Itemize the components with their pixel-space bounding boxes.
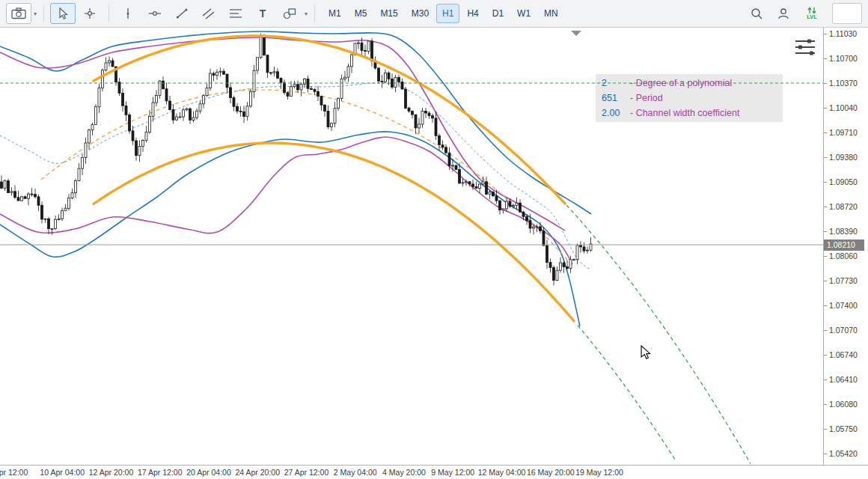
mouse-cursor bbox=[641, 345, 652, 361]
price-tick-label: 1.11030 bbox=[829, 29, 857, 38]
toolbar-separator bbox=[314, 5, 315, 22]
time-tick-label: 4 May 20:00 bbox=[382, 468, 426, 477]
timeframe-w1[interactable]: W1 bbox=[511, 4, 537, 23]
text-tool-button[interactable]: T bbox=[250, 3, 275, 24]
indicator-legend: 2- Degree of a polynomial 651- Period 2.… bbox=[596, 74, 783, 122]
time-axis[interactable]: pr 12:0010 Apr 04:0012 Apr 20:0017 Apr 1… bbox=[0, 465, 868, 479]
search-icon bbox=[750, 7, 763, 20]
time-tick-label: 17 Apr 12:00 bbox=[138, 468, 183, 477]
timeframe-mn[interactable]: MN bbox=[538, 4, 564, 23]
legend-value: 2 bbox=[602, 76, 630, 91]
timeframe-d1[interactable]: D1 bbox=[486, 4, 510, 23]
screenshot-button[interactable] bbox=[6, 3, 31, 24]
time-tick-label: 16 May 20:00 bbox=[527, 468, 575, 477]
toolbar-separator bbox=[109, 5, 109, 22]
lvl-label: LVL bbox=[807, 14, 817, 20]
price-tick-label: 1.08720 bbox=[829, 202, 858, 211]
fibo-lines-icon bbox=[228, 7, 243, 20]
vertical-line-icon bbox=[121, 7, 135, 20]
trendline-icon bbox=[175, 7, 189, 20]
price-tick-label: 1.10040 bbox=[829, 103, 858, 112]
price-tick-label: 1.09050 bbox=[829, 177, 858, 186]
cursor-icon bbox=[56, 7, 70, 20]
legend-value: 2.00 bbox=[602, 106, 630, 120]
timeframe-m1[interactable]: M1 bbox=[323, 4, 347, 23]
timeframe-h1[interactable]: H1 bbox=[436, 4, 459, 23]
timeframe-h4[interactable]: H4 bbox=[461, 4, 484, 23]
time-tick-label: 20 Apr 04:00 bbox=[186, 468, 231, 477]
legend-label: - Channel width coefficient bbox=[630, 108, 739, 118]
chart-area[interactable]: 2- Degree of a polynomial 651- Period 2.… bbox=[0, 28, 868, 479]
price-tick-label: 1.05420 bbox=[829, 449, 858, 458]
text-tool-icon: T bbox=[260, 7, 266, 19]
time-tick-label: 2 May 04:00 bbox=[334, 468, 377, 477]
price-tick-label: 1.10700 bbox=[829, 54, 858, 63]
price-tick-label: 1.06080 bbox=[829, 400, 858, 409]
horizontal-line-tool-button[interactable] bbox=[142, 3, 168, 24]
price-tick-label: 1.08390 bbox=[829, 227, 858, 236]
camera-icon bbox=[10, 7, 27, 20]
time-tick-label: 9 May 12:00 bbox=[431, 468, 474, 477]
cursor-tool-button[interactable] bbox=[50, 3, 76, 24]
timeframe-m15[interactable]: M15 bbox=[374, 4, 403, 23]
legend-row: 2.00- Channel width coefficient bbox=[602, 106, 777, 120]
search-button[interactable] bbox=[744, 3, 769, 24]
time-tick-label: 12 May 04:00 bbox=[478, 468, 526, 477]
lvl-button[interactable]: LVL bbox=[798, 3, 826, 24]
price-tick-label: 1.07400 bbox=[829, 301, 858, 310]
trading-terminal-window: ▾ bbox=[0, 0, 868, 479]
crosshair-icon bbox=[83, 7, 97, 20]
vertical-line-tool-button[interactable] bbox=[115, 3, 141, 24]
screenshot-dropdown-caret[interactable]: ▾ bbox=[34, 10, 37, 17]
price-tick-label: 1.09380 bbox=[829, 153, 858, 162]
chart-settings-icon[interactable] bbox=[792, 37, 819, 59]
channel-icon bbox=[201, 7, 216, 20]
time-tick-label: 27 Apr 12:00 bbox=[284, 468, 329, 477]
account-button[interactable] bbox=[771, 3, 796, 24]
account-icon bbox=[777, 7, 790, 20]
legend-row: 2- Degree of a polynomial bbox=[602, 76, 777, 91]
price-tick-label: 1.06410 bbox=[829, 375, 858, 384]
time-tick-label: pr 12:00 bbox=[0, 468, 28, 477]
price-tick-label: 1.06740 bbox=[829, 350, 858, 359]
channel-tool-button[interactable] bbox=[196, 3, 221, 24]
shapes-dropdown-caret[interactable]: ▾ bbox=[305, 10, 308, 17]
timeframe-switcher: M1M5M15M30H1H4D1W1MN bbox=[323, 4, 564, 23]
time-tick-label: 24 Apr 20:00 bbox=[235, 468, 280, 477]
horizontal-line-icon bbox=[147, 7, 162, 20]
main-toolbar: ▾ bbox=[0, 0, 868, 28]
legend-row: 651- Period bbox=[602, 91, 777, 106]
timeframe-m30[interactable]: M30 bbox=[406, 4, 435, 23]
price-tick-label: 1.08060 bbox=[829, 251, 858, 260]
shapes-icon bbox=[282, 7, 297, 20]
legend-value: 651 bbox=[602, 91, 630, 106]
legend-label: - Period bbox=[630, 93, 663, 103]
time-tick-label: 19 May 12:00 bbox=[575, 468, 623, 477]
legend-label: - Degree of a polynomial bbox=[630, 78, 732, 88]
toolbar-blank-button[interactable] bbox=[832, 3, 862, 24]
price-tick-label: 1.07070 bbox=[829, 326, 858, 335]
price-tick-label: 1.05750 bbox=[829, 424, 858, 433]
trendline-tool-button[interactable] bbox=[169, 3, 195, 24]
fibo-lines-tool-button[interactable] bbox=[223, 3, 248, 24]
timeframe-m5[interactable]: M5 bbox=[349, 4, 373, 23]
price-tick-label: 1.10370 bbox=[829, 79, 858, 88]
price-tick-label: 1.09710 bbox=[829, 128, 858, 137]
crosshair-tool-button[interactable] bbox=[77, 3, 103, 24]
shapes-tool-button[interactable] bbox=[277, 3, 302, 24]
price-tick-label: 1.07730 bbox=[829, 276, 858, 285]
toolbar-separator bbox=[43, 5, 44, 22]
time-tick-label: 12 Apr 20:00 bbox=[89, 468, 134, 477]
current-price-badge: 1.08210 bbox=[824, 240, 864, 251]
time-tick-label: 10 Apr 04:00 bbox=[40, 468, 85, 477]
